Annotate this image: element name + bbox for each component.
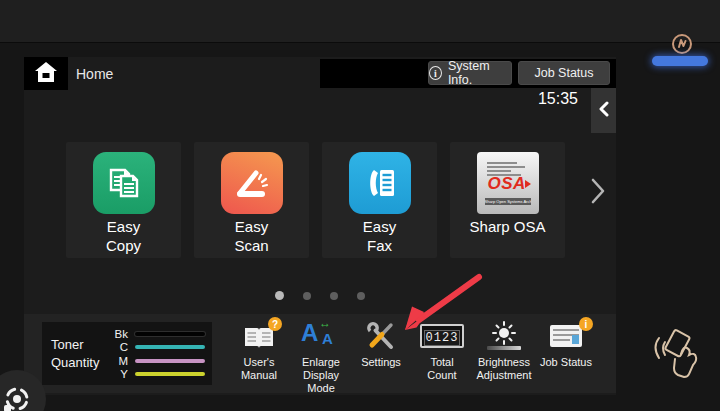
toner-row-cyan: C — [104, 341, 205, 355]
easy-fax-icon — [349, 152, 411, 214]
toner-row-magenta: M — [104, 354, 205, 368]
job-status-header-label: Job Status — [534, 66, 593, 80]
home-button[interactable] — [24, 57, 68, 90]
easy-scan-icon — [221, 152, 283, 214]
chevron-right-icon — [590, 177, 606, 209]
users-manual-button[interactable]: ? User's Manual — [226, 321, 292, 382]
enlarge-display-mode-label: Enlarge Display Mode — [288, 356, 354, 396]
question-badge-icon: ? — [268, 317, 282, 331]
system-info-label: System Info. — [448, 59, 511, 87]
page-dot-1[interactable] — [275, 291, 284, 300]
easy-copy-icon — [93, 152, 155, 214]
toner-label-y: Y — [104, 368, 128, 380]
osa-wordmark: OSA — [488, 174, 526, 194]
letter-a-large: A — [301, 321, 318, 345]
page-dot-3[interactable] — [330, 292, 338, 300]
clock: 15:35 — [538, 90, 578, 108]
toner-bar-magenta — [135, 359, 205, 363]
tile-easy-copy[interactable]: Easy Copy — [66, 142, 181, 258]
nfc-touch-area-icon — [653, 320, 705, 386]
brightness-adjustment-button[interactable]: Brightness Adjustment — [471, 321, 537, 382]
system-info-button[interactable]: i System Info. — [428, 61, 512, 85]
settings-button[interactable]: Settings — [348, 321, 414, 369]
osa-caption: Sharp Open Systems Architecture — [485, 198, 531, 205]
tile-sharp-osa[interactable]: OSA Sharp Open Systems Architecture Shar… — [450, 142, 565, 258]
toner-bar-yellow — [135, 372, 205, 376]
users-manual-label: User's Manual — [226, 356, 292, 382]
brightness-gradient-bar — [487, 346, 521, 350]
total-count-button[interactable]: 0123 Total Count — [409, 321, 475, 382]
toner-label-c: C — [104, 341, 128, 353]
job-status-header-button[interactable]: Job Status — [518, 61, 610, 85]
power-button[interactable] — [671, 33, 693, 55]
toner-label-bk: Bk — [104, 328, 128, 340]
page-indicator — [24, 291, 616, 300]
toner-row-yellow: Y — [104, 368, 205, 382]
job-status-toolbar-label: Job Status — [533, 356, 599, 369]
home-icon — [34, 61, 58, 87]
settings-label: Settings — [348, 356, 414, 369]
letter-a-small: A — [322, 331, 333, 346]
page-title: Home — [76, 66, 113, 82]
chevron-left-icon — [599, 101, 609, 121]
touchscreen-display: Home i System Info. Job Status 15:35 — [24, 57, 616, 395]
bottom-toolbar: Toner Quantity Bk C M Y — [24, 314, 616, 393]
next-page-button[interactable] — [584, 175, 612, 211]
tile-easy-scan[interactable]: Easy Scan — [194, 142, 309, 258]
page-dot-2[interactable] — [303, 292, 311, 300]
toner-bar-cyan — [135, 345, 205, 349]
sharp-osa-label: Sharp OSA — [450, 218, 565, 237]
tile-easy-fax[interactable]: Easy Fax — [322, 142, 437, 258]
page-dot-4[interactable] — [357, 292, 365, 300]
toner-quantity-title: Toner Quantity — [51, 336, 99, 371]
settings-icon — [365, 321, 397, 355]
enlarge-display-icon: A ↔ A — [301, 321, 341, 351]
total-count-icon: 0123 — [420, 324, 465, 348]
toner-bar-black — [135, 332, 205, 336]
toner-row-black: Bk — [104, 327, 205, 341]
info-badge-icon: i — [579, 317, 593, 331]
total-count-label: Total Count — [409, 356, 475, 382]
easy-copy-label: Easy Copy — [66, 218, 181, 256]
device-bezel-top — [0, 0, 720, 43]
counter-digits: 0123 — [424, 330, 461, 346]
resize-arrow-icon: ↔ — [319, 316, 331, 330]
brightness-icon — [487, 321, 521, 350]
status-led — [652, 56, 708, 66]
sharp-osa-icon: OSA Sharp Open Systems Architecture — [477, 152, 539, 214]
info-icon: i — [429, 66, 442, 80]
job-status-icon — [550, 325, 582, 347]
brightness-adjustment-label: Brightness Adjustment — [471, 356, 537, 382]
easy-scan-label: Easy Scan — [194, 218, 309, 256]
easy-fax-label: Easy Fax — [322, 218, 437, 256]
toner-quantity-panel: Toner Quantity Bk C M Y — [42, 322, 212, 385]
collapse-panel-button[interactable] — [591, 88, 616, 133]
enlarge-display-mode-button[interactable]: A ↔ A Enlarge Display Mode — [288, 321, 354, 396]
osa-caret-icon — [525, 180, 531, 188]
toner-label-m: M — [104, 355, 128, 367]
job-status-toolbar-button[interactable]: i Job Status — [533, 321, 599, 369]
